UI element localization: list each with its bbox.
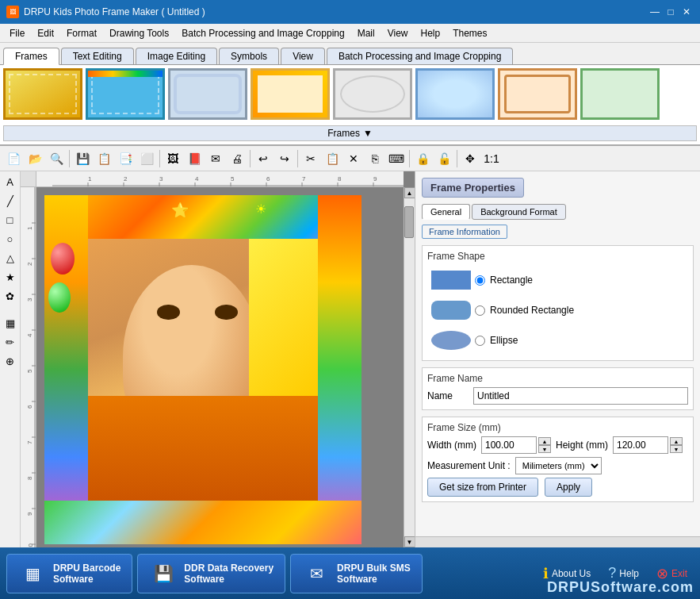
tool-move[interactable]: ✥ [460,148,480,169]
tool-special[interactable]: ✿ [2,287,19,305]
frame-thumb-7[interactable] [498,68,577,120]
tool-rect[interactable]: □ [2,211,19,228]
frame-thumb-5[interactable] [333,68,412,120]
toolbar-sep-5 [409,150,410,167]
radio-label-ellipse[interactable]: Ellipse [475,335,518,346]
radio-ellipse[interactable] [475,336,485,346]
tool-unlock[interactable]: 🔓 [434,148,454,169]
tool-zoom[interactable]: 1:1 [481,148,502,169]
tool-text[interactable]: A [2,173,19,190]
vscroll-down[interactable]: ▼ [404,536,415,547]
height-down-btn[interactable]: ▼ [670,445,683,453]
frame-thumb-1[interactable] [3,68,82,120]
shape-preview-rounded [427,298,475,323]
sms-software-link[interactable]: ✉ DRPU Bulk SMS Software [290,554,423,593]
tool-crop[interactable]: ⊕ [2,352,19,370]
vscroll-thumb[interactable] [404,206,414,238]
height-input[interactable] [613,436,668,454]
menu-drawing-tools[interactable]: Drawing Tools [103,26,175,40]
ddr-software-link[interactable]: 💾 DDR Data Recovery Software [137,554,285,593]
width-down-btn[interactable]: ▼ [538,445,551,453]
radio-rectangle[interactable] [475,275,485,286]
width-spinner[interactable]: ▲ ▼ [538,437,551,453]
tool-paste2[interactable]: ⌨ [386,148,407,169]
tool-star[interactable]: ★ [2,268,19,286]
radio-rounded-rectangle[interactable] [475,305,485,316]
tab-view[interactable]: View [281,48,325,64]
panel-tab-general[interactable]: General [422,204,470,220]
tool-cut[interactable]: ✂ [300,148,321,169]
height-up-btn[interactable]: ▲ [670,437,683,445]
tab-batch[interactable]: Batch Processing and Image Cropping [327,48,513,64]
tool-copy[interactable]: 📑 [115,148,136,169]
shape-row-rectangle: Rectangle [427,265,688,295]
frame-name-input[interactable] [473,387,688,405]
height-spinner[interactable]: ▲ ▼ [670,437,683,453]
height-label: Height (mm) [556,440,608,451]
maximize-button[interactable]: □ [664,5,678,19]
panel-tab-background[interactable]: Background Format [472,204,566,220]
radio-label-rectangle[interactable]: Rectangle [475,275,533,286]
vscroll-up[interactable]: ▲ [404,187,415,198]
menu-help[interactable]: Help [414,26,446,40]
titlebar: 🖼 DRPU Kids Photo Frame Maker ( Untitled… [0,0,700,24]
canvas-scroll-wrapper: 1 2 3 4 5 6 7 [21,171,700,547]
get-size-printer-button[interactable]: Get size from Printer [427,478,538,497]
tool-paste[interactable]: 📋 [322,148,342,169]
barcode-software-link[interactable]: ▦ DRPU Barcode Software [6,554,132,593]
radio-label-rounded[interactable]: Rounded Rectangle [475,305,574,316]
tool-pdf[interactable]: 📕 [184,148,205,169]
menu-batch[interactable]: Batch Processing and Image Cropping [175,26,350,40]
tool-delete[interactable]: ✕ [343,148,364,169]
width-input[interactable] [481,436,537,454]
menu-view[interactable]: View [381,26,415,40]
tool-save-as[interactable]: 📋 [94,148,114,169]
tool-pencil[interactable]: ✏ [2,333,19,351]
menu-mail[interactable]: Mail [351,26,381,40]
menu-format[interactable]: Format [60,26,103,40]
frame-thumb-4[interactable] [251,68,330,120]
tool-triangle[interactable]: △ [2,249,19,267]
tab-frames[interactable]: Frames [3,48,59,65]
tool-save[interactable]: 💾 [72,148,93,169]
photo-frame[interactable]: ⭐ ☀ [44,195,361,544]
width-label: Width (mm) [427,440,476,451]
tool-open[interactable]: 📂 [25,148,45,169]
tab-symbols[interactable]: Symbols [219,48,279,64]
apply-button[interactable]: Apply [545,478,592,497]
tool-copy2[interactable]: ⎘ [365,148,385,169]
tool-lock[interactable]: 🔒 [412,148,433,169]
tool-img-open[interactable]: 🖼 [163,148,183,169]
canvas-vscroll[interactable]: ▲ ▼ [404,187,415,547]
close-button[interactable]: ✕ [679,5,694,19]
frame-thumb-8[interactable] [580,68,660,120]
frame-thumb-2[interactable] [86,68,165,120]
frame-thumb-3[interactable] [168,68,247,120]
tool-line[interactable]: ╱ [2,192,19,209]
menubar: File Edit Format Drawing Tools Batch Pro… [0,24,700,43]
svg-text:9: 9 [26,512,33,516]
measurement-row: Measurement Unit : Milimeters (mm) Inche… [427,457,688,474]
frames-scroll[interactable] [3,68,697,124]
measurement-unit-select[interactable]: Milimeters (mm) Inches (in) Pixels (px) [515,457,602,474]
menu-file[interactable]: File [3,26,31,40]
minimize-button[interactable]: — [648,5,662,19]
menu-edit[interactable]: Edit [31,26,60,40]
tool-print[interactable]: 🖨 [227,148,247,169]
vscroll-track[interactable] [404,198,415,536]
tool-undo[interactable]: ↩ [253,148,273,169]
menu-themes[interactable]: Themes [446,26,493,40]
tool-search[interactable]: 🔍 [46,148,67,169]
tab-image-editing[interactable]: Image Editing [136,48,217,64]
tool-redo[interactable]: ↪ [274,148,295,169]
tool-barcode[interactable]: ▦ [2,314,19,332]
width-up-btn[interactable]: ▲ [538,437,551,445]
frames-dropdown-btn[interactable]: ▼ [363,128,373,139]
tool-new[interactable]: 📄 [3,148,24,169]
tab-text-editing[interactable]: Text Editing [61,48,134,64]
canvas-area[interactable]: ⭐ ☀ [36,187,404,547]
tool-circle[interactable]: ○ [2,230,19,248]
tool-mail[interactable]: ✉ [205,148,226,169]
tool-frame[interactable]: ⬜ [136,148,157,169]
frame-thumb-6[interactable] [415,68,495,120]
